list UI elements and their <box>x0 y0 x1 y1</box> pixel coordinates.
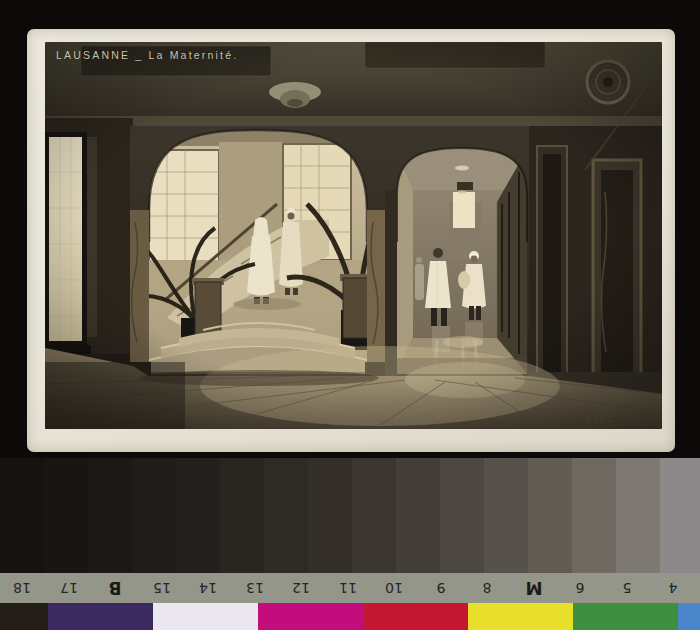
gray-step <box>528 458 572 573</box>
scan-background: { "scan": { "background_color": "#0b0a09… <box>0 0 700 630</box>
ruler-label: 9 <box>426 580 456 596</box>
ruler-label: 6 <box>565 580 595 596</box>
gray-step <box>660 458 700 573</box>
gray-step <box>176 458 220 573</box>
ruler-label: 13 <box>240 580 270 596</box>
ruler-label: 5 <box>612 580 642 596</box>
gray-step <box>264 458 308 573</box>
ruler-label: 14 <box>193 580 223 596</box>
ruler-label: M <box>519 578 549 598</box>
ruler-label: 17 <box>54 580 84 596</box>
gray-step <box>308 458 352 573</box>
photo-caption: LAUSANNE _ La Maternité. <box>56 49 238 61</box>
ruler-label: 10 <box>379 580 409 596</box>
color-patch-magenta <box>258 603 363 630</box>
color-patch-white <box>153 603 258 630</box>
gray-step <box>44 458 88 573</box>
color-patch-blue <box>678 603 700 630</box>
maternity-hall-photo: LAUSANNE _ La Maternité. 3302 <box>45 42 662 429</box>
ruler-label: 4 <box>658 580 688 596</box>
ruler-label: 11 <box>333 580 363 596</box>
vignette <box>45 42 662 429</box>
color-patch-row <box>0 603 700 630</box>
gray-step <box>220 458 264 573</box>
ruler-label: 15 <box>147 580 177 596</box>
gray-step <box>616 458 660 573</box>
ruler-label: 12 <box>286 580 316 596</box>
density-ruler: 1817B15141312111098M654 <box>0 573 700 603</box>
ruler-label: B <box>100 578 130 598</box>
gray-step <box>0 458 44 573</box>
gray-step <box>88 458 132 573</box>
gray-step <box>396 458 440 573</box>
gray-step <box>484 458 528 573</box>
gray-step <box>572 458 616 573</box>
color-patch-black <box>0 603 48 630</box>
gray-wedge <box>0 458 700 573</box>
color-patch-green <box>573 603 678 630</box>
gray-step <box>132 458 176 573</box>
photo-scene <box>45 42 662 429</box>
color-patch-violet <box>48 603 153 630</box>
negative-number: 3302 <box>584 413 614 424</box>
color-patch-red <box>363 603 468 630</box>
gray-step <box>440 458 484 573</box>
color-patch-yellow <box>468 603 573 630</box>
ruler-label: 18 <box>7 580 37 596</box>
postcard: LAUSANNE _ La Maternité. 3302 <box>27 29 675 452</box>
gray-step <box>352 458 396 573</box>
ruler-label: 8 <box>472 580 502 596</box>
